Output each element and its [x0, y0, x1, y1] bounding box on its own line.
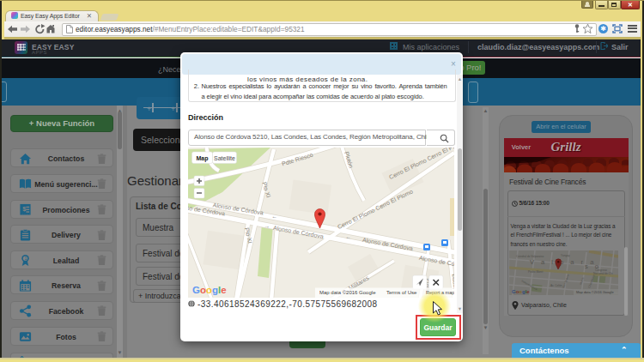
svg-text:Pedro Montt: Pedro Montt — [528, 270, 543, 274]
svg-text:Catedral de Valparaiso: Catedral de Valparaiso — [516, 255, 544, 258]
svg-text:Av. Colón: Av. Colón — [550, 284, 562, 287]
svg-text:←: ← — [345, 233, 352, 240]
svg-text:Terms of Use: Terms of Use — [386, 290, 417, 295]
svg-text:Nacional de Chi: Nacional de Chi — [593, 272, 613, 275]
svg-text:Satellite: Satellite — [214, 154, 235, 160]
svg-text:Google: Google — [192, 285, 227, 295]
svg-text:Google: Google — [512, 289, 530, 294]
svg-text:←: ← — [271, 213, 278, 220]
svg-text:Map data ©2016 Google: Map data ©2016 Google — [576, 290, 614, 294]
svg-text:Map data ©2016 Google: Map data ©2016 Google — [319, 290, 376, 295]
svg-text:Yungay: Yungay — [561, 254, 570, 257]
svg-text:1: 1 — [24, 256, 27, 261]
svg-text:Map: Map — [197, 154, 209, 161]
svg-text:→: → — [264, 222, 270, 229]
